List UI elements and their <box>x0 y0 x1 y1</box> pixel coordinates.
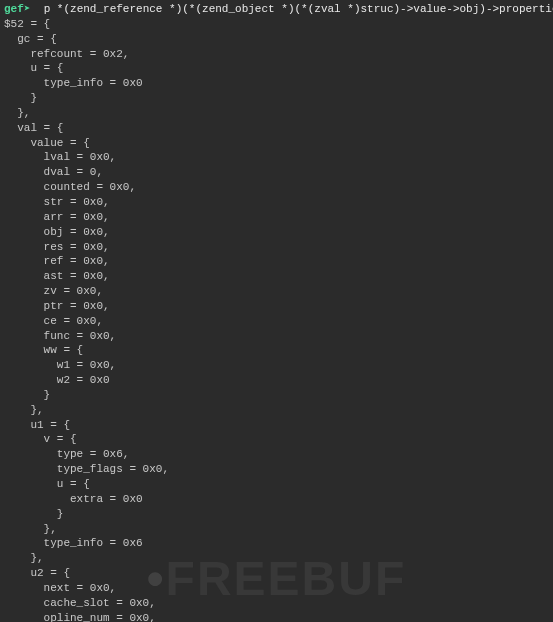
output-line: u1 = { <box>4 418 549 433</box>
output-line: ptr = 0x0, <box>4 299 549 314</box>
output-line: counted = 0x0, <box>4 180 549 195</box>
command-line: gef➤ p *(zend_reference *)(*(zend_object… <box>4 2 549 17</box>
output-line: obj = 0x0, <box>4 225 549 240</box>
output-line: }, <box>4 551 549 566</box>
output-line: w2 = 0x0 <box>4 373 549 388</box>
output-line: val = { <box>4 121 549 136</box>
output-line: res = 0x0, <box>4 240 549 255</box>
output-line: zv = 0x0, <box>4 284 549 299</box>
output-line: $52 = { <box>4 17 549 32</box>
output-line: arr = 0x0, <box>4 210 549 225</box>
output-line: }, <box>4 106 549 121</box>
output-line: u2 = { <box>4 566 549 581</box>
output-line: ast = 0x0, <box>4 269 549 284</box>
output-line: ce = 0x0, <box>4 314 549 329</box>
output-line: ww = { <box>4 343 549 358</box>
output-line: lval = 0x0, <box>4 150 549 165</box>
output-line: gc = { <box>4 32 549 47</box>
output-line: }, <box>4 403 549 418</box>
output-line: } <box>4 91 549 106</box>
output-line: func = 0x0, <box>4 329 549 344</box>
output-line: } <box>4 388 549 403</box>
output-line: next = 0x0, <box>4 581 549 596</box>
output-line: type_flags = 0x0, <box>4 462 549 477</box>
output-line: str = 0x0, <box>4 195 549 210</box>
output-line: type = 0x6, <box>4 447 549 462</box>
output-line: w1 = 0x0, <box>4 358 549 373</box>
output-line: cache_slot = 0x0, <box>4 596 549 611</box>
output-line: }, <box>4 522 549 537</box>
output-line: refcount = 0x2, <box>4 47 549 62</box>
output-line: type_info = 0x6 <box>4 536 549 551</box>
output-line: ref = 0x0, <box>4 254 549 269</box>
output-line: opline_num = 0x0, <box>4 611 549 622</box>
output-line: v = { <box>4 432 549 447</box>
prompt: gef➤ <box>4 3 30 15</box>
output-block: $52 = { gc = { refcount = 0x2, u = { typ… <box>4 17 549 622</box>
output-line: dval = 0, <box>4 165 549 180</box>
output-line: u = { <box>4 477 549 492</box>
command-text: p *(zend_reference *)(*(zend_object *)(*… <box>30 3 553 15</box>
output-line: u = { <box>4 61 549 76</box>
output-line: } <box>4 507 549 522</box>
output-line: extra = 0x0 <box>4 492 549 507</box>
output-line: type_info = 0x0 <box>4 76 549 91</box>
output-line: value = { <box>4 136 549 151</box>
